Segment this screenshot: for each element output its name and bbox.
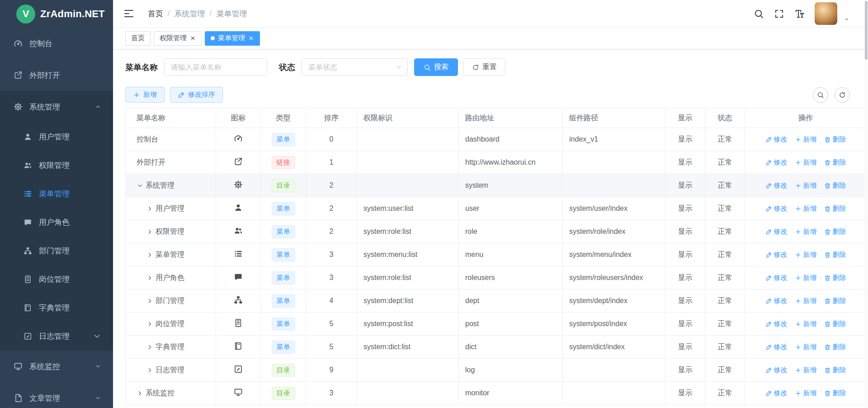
sort-button[interactable]: 修改排序 (170, 87, 223, 103)
sidebar-item-log[interactable]: 日志管理 (0, 322, 113, 351)
edit-link[interactable]: 修改 (765, 343, 788, 351)
add-link[interactable]: 新增 (795, 274, 817, 282)
sidebar-group-toggle-system[interactable]: 系统管理 (0, 91, 113, 123)
sidebar-item-roleusers[interactable]: 用户角色 (0, 208, 113, 237)
app-logo[interactable]: V ZrAdmin.NET (0, 0, 113, 28)
user-menu-caret-icon[interactable] (844, 16, 850, 23)
tab-menu[interactable]: 菜单管理 (205, 31, 260, 46)
table-search-button[interactable] (813, 87, 828, 103)
delete-link[interactable]: 删除 (824, 135, 846, 144)
delete-link[interactable]: 删除 (824, 251, 846, 259)
chevron-right-icon[interactable] (146, 298, 153, 304)
edit-link[interactable]: 修改 (765, 135, 788, 144)
tab-home[interactable]: 首页 (125, 31, 151, 46)
edit-icon (765, 159, 772, 166)
delete-link[interactable]: 删除 (824, 158, 846, 167)
add-link[interactable]: 新增 (795, 135, 817, 144)
delete-link[interactable]: 删除 (824, 181, 846, 190)
add-link[interactable]: 新增 (795, 181, 817, 190)
close-icon[interactable] (190, 35, 196, 41)
add-link[interactable]: 新增 (795, 320, 817, 328)
breadcrumb-item[interactable]: 菜单管理 (216, 9, 247, 19)
edit-link[interactable]: 修改 (765, 158, 788, 167)
edit-link[interactable]: 修改 (765, 320, 788, 328)
add-link[interactable]: 新增 (795, 204, 817, 213)
delete-link[interactable]: 删除 (824, 366, 846, 375)
close-icon[interactable] (248, 35, 254, 41)
font-size-icon[interactable] (794, 9, 805, 19)
scrollbar-thumb[interactable] (865, 1, 868, 60)
row-name: 权限管理 (156, 227, 184, 237)
add-link[interactable]: 新增 (795, 158, 817, 167)
sidebar-item-post[interactable]: 岗位管理 (0, 265, 113, 294)
add-button[interactable]: 新增 (125, 87, 165, 103)
chevron-right-icon[interactable] (146, 344, 153, 351)
refresh-icon (472, 64, 479, 71)
chevron-right-icon[interactable] (146, 275, 153, 281)
page-scrollbar[interactable] (864, 0, 868, 408)
menu-fold-icon[interactable] (123, 8, 134, 19)
tags-view: 首页权限管理菜单管理 (113, 28, 868, 49)
table-refresh-button[interactable] (835, 87, 850, 103)
header-search-icon[interactable] (754, 9, 764, 19)
edit-link[interactable]: 修改 (765, 204, 788, 213)
sidebar-item-dict[interactable]: 字典管理 (0, 294, 113, 322)
sidebar-item-external[interactable]: 外部打开 (0, 59, 113, 91)
perm-cell: system:dept:list (357, 289, 459, 313)
delete-link[interactable]: 删除 (824, 274, 846, 282)
delete-link[interactable]: 删除 (824, 204, 846, 213)
sort-cell: 2 (306, 220, 357, 243)
delete-link[interactable]: 删除 (824, 343, 846, 351)
add-link[interactable]: 新增 (795, 297, 817, 305)
delete-link[interactable]: 删除 (824, 297, 846, 305)
route-cell: menu (459, 243, 563, 266)
sidebar-group-toggle-monitor[interactable]: 系统监控 (0, 351, 113, 382)
edit-icon (765, 344, 772, 351)
chevron-right-icon[interactable] (146, 205, 153, 212)
fullscreen-icon[interactable] (774, 9, 784, 19)
sidebar-item-dept[interactable]: 部门管理 (0, 237, 113, 265)
chevron-right-icon[interactable] (146, 367, 153, 374)
chevron-right-icon[interactable] (146, 228, 153, 235)
delete-link[interactable]: 删除 (824, 320, 846, 328)
user-avatar[interactable] (815, 2, 837, 25)
status-select[interactable] (302, 58, 408, 76)
sidebar-group-article: 文章管理 (0, 382, 113, 408)
menu-name-cell: 系统监控 (126, 382, 216, 405)
tab-role[interactable]: 权限管理 (154, 31, 202, 46)
component-cell (563, 359, 665, 382)
delete-link[interactable]: 删除 (824, 228, 846, 236)
edit-link[interactable]: 修改 (765, 389, 788, 398)
chevron-right-icon[interactable] (146, 321, 153, 327)
chevron-right-icon[interactable] (146, 251, 153, 258)
breadcrumb-item[interactable]: 首页 (148, 9, 163, 19)
sidebar-item-role[interactable]: 权限管理 (0, 151, 113, 180)
add-link[interactable]: 新增 (795, 389, 817, 398)
edit-link[interactable]: 修改 (765, 181, 788, 190)
search-button[interactable]: 搜索 (414, 58, 458, 76)
sidebar-group-toggle-article[interactable]: 文章管理 (0, 382, 113, 408)
sidebar-item-user[interactable]: 用户管理 (0, 123, 113, 151)
add-link[interactable]: 新增 (795, 343, 817, 351)
sidebar-item-dashboard[interactable]: 控制台 (0, 28, 113, 59)
icon-cell (216, 266, 261, 289)
add-link[interactable]: 新增 (795, 366, 817, 375)
add-link[interactable]: 新增 (795, 251, 817, 259)
reset-button[interactable]: 重置 (463, 58, 505, 76)
edit-link[interactable]: 修改 (765, 297, 788, 305)
sort-cell: 4 (306, 289, 357, 313)
delete-link[interactable]: 删除 (824, 389, 846, 398)
chevron-right-icon[interactable] (137, 390, 143, 397)
sidebar-item-menu[interactable]: 菜单管理 (0, 180, 113, 208)
edit-link[interactable]: 修改 (765, 228, 788, 236)
column-header: 路由地址 (459, 109, 563, 128)
type-cell: 菜单 (261, 313, 306, 336)
component-cell: system/user/index (563, 197, 665, 220)
edit-link[interactable]: 修改 (765, 274, 788, 282)
add-link[interactable]: 新增 (795, 228, 817, 236)
edit-link[interactable]: 修改 (765, 366, 788, 375)
edit-link[interactable]: 修改 (765, 251, 788, 259)
breadcrumb-item[interactable]: 系统管理 (175, 9, 205, 19)
menu-name-input[interactable] (164, 58, 267, 76)
chevron-down-icon[interactable] (137, 182, 143, 189)
